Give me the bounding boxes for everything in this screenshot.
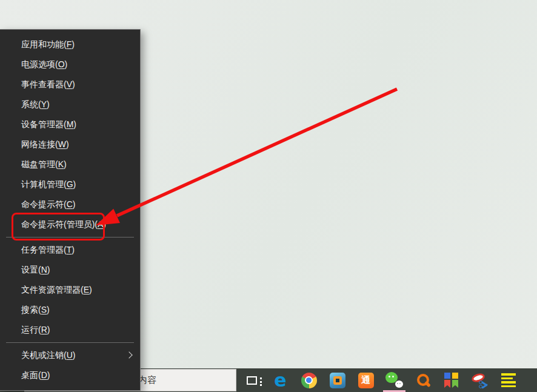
menu-item-label: 磁盘管理(K) bbox=[21, 159, 67, 169]
chevron-right-icon bbox=[125, 351, 132, 358]
tong-messenger-icon[interactable]: 通 bbox=[352, 368, 380, 392]
menu-item-label: 文件资源管理器(E) bbox=[21, 285, 92, 294]
taskbar-icons: e通 bbox=[238, 368, 522, 392]
menu-item-command-prompt[interactable]: 命令提示符(C) bbox=[0, 194, 140, 214]
bookmark-tiles-icon[interactable] bbox=[437, 368, 465, 392]
search-tool-icon[interactable] bbox=[409, 368, 437, 392]
menu-item-label: 任务管理器(T) bbox=[21, 245, 75, 254]
menu-item-label: 设备管理器(M) bbox=[21, 119, 76, 129]
menu-item-label: 系统(Y) bbox=[21, 99, 50, 109]
task-view-icon[interactable] bbox=[238, 368, 266, 392]
yellow-lines-icon[interactable] bbox=[494, 368, 522, 392]
chrome-icon[interactable] bbox=[295, 368, 323, 392]
menu-item-label: 设置(N) bbox=[21, 265, 50, 274]
menu-item-event-viewer[interactable]: 事件查看器(V) bbox=[0, 75, 140, 95]
menu-item-device-manager[interactable]: 设备管理器(M) bbox=[0, 115, 140, 135]
menu-item-desktop[interactable]: 桌面(D) bbox=[0, 365, 140, 385]
menu-item-label: 计算机管理(G) bbox=[21, 179, 76, 189]
menu-item-label: 事件查看器(V) bbox=[21, 79, 75, 89]
menu-item-label: 命令提示符(管理员)(A) bbox=[21, 219, 106, 229]
menu-item-task-manager[interactable]: 任务管理器(T) bbox=[0, 240, 140, 260]
menu-item-disk-management[interactable]: 磁盘管理(K) bbox=[0, 154, 140, 174]
vmware-icon[interactable] bbox=[323, 368, 352, 392]
menu-item-label: 电源选项(O) bbox=[21, 59, 67, 69]
win-x-menu: 应用和功能(F)电源选项(O)事件查看器(V)系统(Y)设备管理器(M)网络连接… bbox=[0, 29, 141, 391]
menu-separator bbox=[0, 340, 140, 345]
screen: 在这里输入你要搜索的内容 e通 应用和功能(F)电源选项(O)事件查看器(V)系… bbox=[0, 0, 537, 392]
menu-item-run[interactable]: 运行(R) bbox=[0, 320, 140, 340]
menu-item-label: 命令提示符(C) bbox=[21, 199, 75, 209]
menu-item-command-prompt-admin[interactable]: 命令提示符(管理员)(A) bbox=[0, 214, 140, 234]
menu-item-search[interactable]: 搜索(S) bbox=[0, 300, 140, 320]
menu-separator bbox=[0, 234, 140, 240]
menu-item-label: 桌面(D) bbox=[21, 370, 50, 380]
menu-item-system[interactable]: 系统(Y) bbox=[0, 95, 140, 115]
screenshot-tool-icon[interactable] bbox=[465, 368, 494, 392]
menu-item-computer-management[interactable]: 计算机管理(G) bbox=[0, 174, 140, 194]
menu-item-shutdown-or-signout[interactable]: 关机或注销(U) bbox=[0, 345, 140, 365]
menu-item-apps-and-features[interactable]: 应用和功能(F) bbox=[0, 35, 140, 55]
menu-item-label: 应用和功能(F) bbox=[21, 39, 75, 49]
menu-item-label: 搜索(S) bbox=[21, 305, 50, 314]
menu-item-label: 运行(R) bbox=[21, 325, 50, 334]
edge-icon[interactable]: e bbox=[266, 368, 295, 392]
menu-item-label: 关机或注销(U) bbox=[21, 350, 75, 360]
menu-item-power-options[interactable]: 电源选项(O) bbox=[0, 55, 140, 75]
menu-item-settings[interactable]: 设置(N) bbox=[0, 260, 140, 280]
wechat-icon[interactable] bbox=[380, 368, 409, 392]
menu-item-label: 网络连接(W) bbox=[21, 139, 69, 149]
menu-item-file-explorer[interactable]: 文件资源管理器(E) bbox=[0, 280, 140, 300]
menu-item-network-connections[interactable]: 网络连接(W) bbox=[0, 135, 140, 154]
